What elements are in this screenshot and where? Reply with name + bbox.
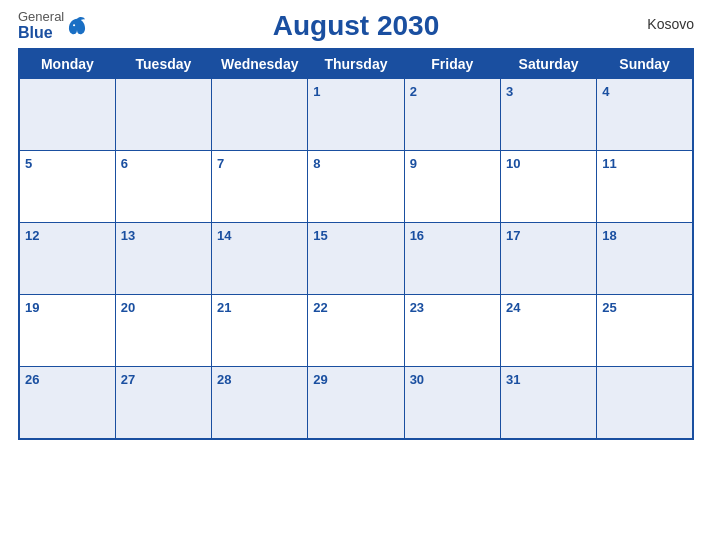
calendar-day-cell: 16 <box>404 223 500 295</box>
day-number: 14 <box>217 228 231 243</box>
svg-point-0 <box>73 24 75 26</box>
day-number: 15 <box>313 228 327 243</box>
calendar-day-cell: 10 <box>500 151 596 223</box>
day-number: 1 <box>313 84 320 99</box>
calendar-day-cell: 29 <box>308 367 404 439</box>
calendar-week-row: 19202122232425 <box>19 295 693 367</box>
day-number: 16 <box>410 228 424 243</box>
calendar-day-cell: 18 <box>597 223 693 295</box>
calendar-header: General Blue August 2030 Kosovo <box>18 10 694 42</box>
day-number: 10 <box>506 156 520 171</box>
month-title: August 2030 <box>18 10 694 42</box>
day-number: 12 <box>25 228 39 243</box>
calendar-week-row: 12131415161718 <box>19 223 693 295</box>
day-number: 24 <box>506 300 520 315</box>
calendar-day-cell: 24 <box>500 295 596 367</box>
day-number: 11 <box>602 156 616 171</box>
calendar-day-cell: 20 <box>115 295 211 367</box>
calendar-day-cell: 26 <box>19 367 115 439</box>
calendar-day-cell: 17 <box>500 223 596 295</box>
calendar-day-cell: 25 <box>597 295 693 367</box>
calendar-day-cell: 30 <box>404 367 500 439</box>
day-number: 9 <box>410 156 417 171</box>
weekday-header-row: Monday Tuesday Wednesday Thursday Friday… <box>19 49 693 79</box>
calendar-week-row: 567891011 <box>19 151 693 223</box>
day-number: 22 <box>313 300 327 315</box>
day-number: 27 <box>121 372 135 387</box>
calendar-day-cell: 27 <box>115 367 211 439</box>
calendar-day-cell <box>212 79 308 151</box>
calendar-day-cell: 3 <box>500 79 596 151</box>
day-number: 7 <box>217 156 224 171</box>
weekday-friday: Friday <box>404 49 500 79</box>
calendar-table: Monday Tuesday Wednesday Thursday Friday… <box>18 48 694 440</box>
logo-area: General Blue <box>18 10 88 42</box>
day-number: 19 <box>25 300 39 315</box>
day-number: 25 <box>602 300 616 315</box>
calendar-day-cell <box>597 367 693 439</box>
calendar-week-row: 262728293031 <box>19 367 693 439</box>
day-number: 5 <box>25 156 32 171</box>
calendar-day-cell: 6 <box>115 151 211 223</box>
weekday-saturday: Saturday <box>500 49 596 79</box>
country-label: Kosovo <box>647 16 694 32</box>
weekday-sunday: Sunday <box>597 49 693 79</box>
calendar-day-cell: 19 <box>19 295 115 367</box>
day-number: 29 <box>313 372 327 387</box>
calendar-day-cell: 31 <box>500 367 596 439</box>
calendar-container: General Blue August 2030 Kosovo Monday T… <box>0 0 712 550</box>
calendar-day-cell: 9 <box>404 151 500 223</box>
day-number: 31 <box>506 372 520 387</box>
calendar-day-cell: 8 <box>308 151 404 223</box>
calendar-body: 1234567891011121314151617181920212223242… <box>19 79 693 439</box>
calendar-day-cell <box>19 79 115 151</box>
logo-general: General <box>18 10 64 24</box>
calendar-day-cell: 1 <box>308 79 404 151</box>
calendar-day-cell: 13 <box>115 223 211 295</box>
day-number: 8 <box>313 156 320 171</box>
day-number: 2 <box>410 84 417 99</box>
day-number: 23 <box>410 300 424 315</box>
logo-blue: Blue <box>18 24 64 42</box>
calendar-day-cell: 11 <box>597 151 693 223</box>
calendar-day-cell: 21 <box>212 295 308 367</box>
calendar-day-cell: 14 <box>212 223 308 295</box>
day-number: 28 <box>217 372 231 387</box>
calendar-day-cell: 2 <box>404 79 500 151</box>
logo-text: General Blue <box>18 10 64 42</box>
calendar-day-cell: 7 <box>212 151 308 223</box>
day-number: 21 <box>217 300 231 315</box>
day-number: 3 <box>506 84 513 99</box>
calendar-day-cell: 28 <box>212 367 308 439</box>
day-number: 6 <box>121 156 128 171</box>
day-number: 4 <box>602 84 609 99</box>
calendar-day-cell: 4 <box>597 79 693 151</box>
calendar-day-cell: 22 <box>308 295 404 367</box>
day-number: 13 <box>121 228 135 243</box>
calendar-day-cell: 5 <box>19 151 115 223</box>
calendar-day-cell: 23 <box>404 295 500 367</box>
calendar-day-cell <box>115 79 211 151</box>
calendar-day-cell: 15 <box>308 223 404 295</box>
weekday-thursday: Thursday <box>308 49 404 79</box>
day-number: 18 <box>602 228 616 243</box>
calendar-day-cell: 12 <box>19 223 115 295</box>
weekday-tuesday: Tuesday <box>115 49 211 79</box>
logo-bird-icon <box>66 15 88 37</box>
day-number: 30 <box>410 372 424 387</box>
calendar-week-row: 1234 <box>19 79 693 151</box>
day-number: 20 <box>121 300 135 315</box>
weekday-wednesday: Wednesday <box>212 49 308 79</box>
weekday-monday: Monday <box>19 49 115 79</box>
day-number: 17 <box>506 228 520 243</box>
day-number: 26 <box>25 372 39 387</box>
